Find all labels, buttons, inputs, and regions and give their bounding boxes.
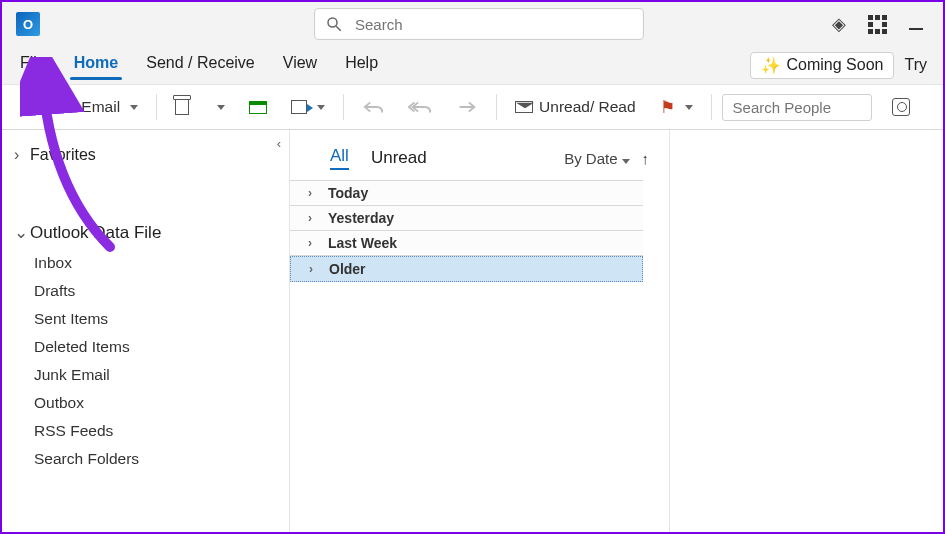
sort-by-date[interactable]: By Date: [564, 150, 629, 167]
delete-dropdown[interactable]: [205, 101, 233, 114]
svg-point-0: [328, 18, 337, 27]
separator: [156, 94, 157, 120]
move-button[interactable]: [283, 96, 333, 118]
group-label: Yesterday: [328, 210, 394, 226]
address-book-button[interactable]: [884, 94, 918, 120]
reply-all-button[interactable]: [400, 94, 440, 120]
separator: [343, 94, 344, 120]
address-book-icon: [892, 98, 910, 116]
global-search-box[interactable]: [314, 8, 644, 40]
group-yesterday[interactable]: › Yesterday: [290, 206, 643, 231]
group-last-week[interactable]: › Last Week: [290, 231, 643, 256]
delete-button[interactable]: [167, 95, 197, 119]
folder-inbox[interactable]: Inbox: [2, 249, 289, 277]
new-email-icon: [20, 100, 40, 114]
new-email-label: New Email: [46, 98, 120, 116]
flag-icon: ⚑: [660, 97, 675, 118]
group-older[interactable]: › Older: [290, 256, 643, 282]
trash-icon: [175, 99, 189, 115]
archive-icon: [249, 101, 267, 114]
search-people-input[interactable]: [722, 94, 872, 121]
tab-view[interactable]: View: [281, 50, 319, 80]
content-area: ‹ › Favorites ⌄ Outlook Data File Inbox …: [2, 130, 943, 532]
data-file-label: Outlook Data File: [30, 223, 161, 243]
envelope-icon: [515, 101, 533, 113]
data-file-section[interactable]: ⌄ Outlook Data File: [2, 216, 289, 249]
folder-rss-feeds[interactable]: RSS Feeds: [2, 417, 289, 445]
unread-read-button[interactable]: Unread/ Read: [507, 94, 644, 120]
coming-soon-button[interactable]: ✨ Coming Soon: [750, 52, 895, 79]
flag-button[interactable]: ⚑: [652, 93, 701, 122]
move-to-folder-icon: [291, 100, 307, 114]
filter-all[interactable]: All: [330, 146, 349, 170]
wand-icon: ✨: [761, 56, 781, 75]
premium-diamond-icon[interactable]: ◈: [832, 13, 846, 35]
try-button[interactable]: Try: [904, 56, 927, 74]
archive-button[interactable]: [241, 97, 275, 118]
folder-outbox[interactable]: Outbox: [2, 389, 289, 417]
ribbon-toolbar: New Email Unread/ Read ⚑: [2, 84, 943, 130]
folder-sent-items[interactable]: Sent Items: [2, 305, 289, 333]
svg-line-1: [336, 26, 341, 31]
message-filter-row: All Unread By Date ↑: [290, 140, 669, 180]
coming-soon-label: Coming Soon: [787, 56, 884, 74]
favorites-section[interactable]: › Favorites: [2, 140, 289, 170]
forward-button[interactable]: [448, 94, 486, 120]
collapse-folder-pane[interactable]: ‹: [277, 136, 281, 151]
reply-button[interactable]: [354, 94, 392, 120]
tab-send-receive[interactable]: Send / Receive: [144, 50, 257, 80]
folder-pane: ‹ › Favorites ⌄ Outlook Data File Inbox …: [2, 130, 290, 532]
filter-unread[interactable]: Unread: [371, 148, 427, 168]
new-email-button[interactable]: New Email: [12, 94, 146, 120]
search-icon: [325, 15, 343, 33]
reading-pane: [670, 130, 943, 532]
chevron-right-icon: ›: [308, 211, 318, 225]
tab-home[interactable]: Home: [72, 50, 120, 80]
tab-file[interactable]: File: [18, 50, 48, 80]
sort-direction-toggle[interactable]: ↑: [642, 150, 650, 167]
minimize-button[interactable]: [909, 28, 923, 30]
unread-read-label: Unread/ Read: [539, 98, 636, 116]
separator: [496, 94, 497, 120]
chevron-right-icon: ›: [308, 236, 318, 250]
group-label: Last Week: [328, 235, 397, 251]
group-label: Today: [328, 185, 368, 201]
message-list-pane: All Unread By Date ↑ › Today › Yesterday…: [290, 130, 670, 532]
chevron-right-icon: ›: [309, 262, 319, 276]
title-bar: O ◈: [2, 2, 943, 46]
tab-help[interactable]: Help: [343, 50, 380, 80]
folder-drafts[interactable]: Drafts: [2, 277, 289, 305]
separator: [711, 94, 712, 120]
folder-deleted-items[interactable]: Deleted Items: [2, 333, 289, 361]
chevron-right-icon: ›: [14, 146, 26, 164]
folder-junk-email[interactable]: Junk Email: [2, 361, 289, 389]
chevron-down-icon: ⌄: [14, 222, 26, 243]
group-label: Older: [329, 261, 366, 277]
ribbon-tabs: File Home Send / Receive View Help ✨ Com…: [2, 46, 943, 84]
folder-search-folders[interactable]: Search Folders: [2, 445, 289, 473]
group-today[interactable]: › Today: [290, 180, 643, 206]
chevron-right-icon: ›: [308, 186, 318, 200]
favorites-label: Favorites: [30, 146, 96, 164]
global-search-input[interactable]: [353, 15, 633, 34]
outlook-app-icon: O: [16, 12, 40, 36]
qr-icon[interactable]: [868, 15, 887, 34]
